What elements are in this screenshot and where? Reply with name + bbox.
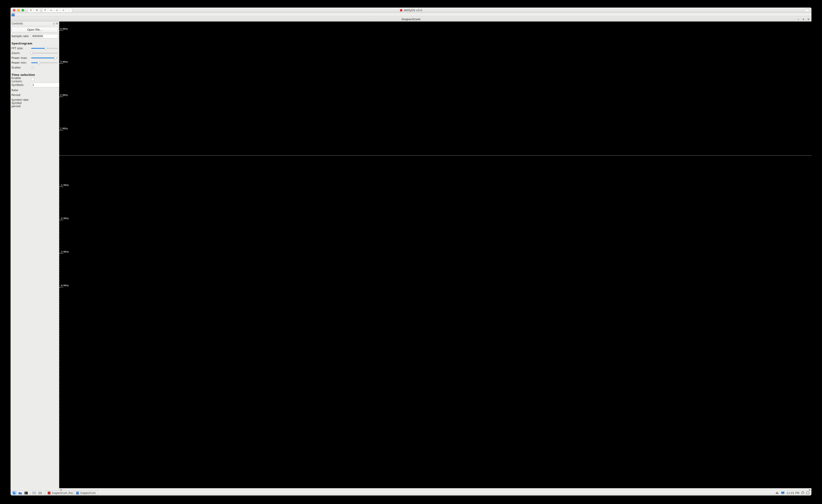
toolbar-button[interactable]: ↔ [48, 8, 54, 12]
folder-icon [18, 491, 22, 495]
task-label: inspectrum [80, 491, 96, 495]
symbol-period-label: Symbol period: [11, 101, 31, 108]
y-axis-label: -2 MHz [60, 216, 69, 220]
workspace-icon [39, 492, 42, 494]
close-panel-icon[interactable]: ⊠ [56, 22, 58, 25]
spectrogram-view[interactable]: 4 MHz3 MHz2 MHz1 MHz-1 MHz-2 MHz-3 MHz-4… [59, 22, 811, 491]
zoom-icon[interactable] [22, 9, 24, 11]
y-axis-label: 2 MHz [60, 93, 68, 96]
notification-icon[interactable] [806, 491, 809, 495]
toolbar-button[interactable]: ⧉ [34, 8, 40, 12]
fft-size-label: FFT size: [11, 47, 31, 50]
svg-rect-7 [806, 492, 809, 494]
y-axis-label: -3 MHz [60, 250, 69, 253]
app-menubar[interactable] [11, 13, 811, 17]
display-icon[interactable] [781, 491, 785, 495]
terminal-launcher[interactable]: $ [24, 491, 29, 495]
toolbar-button[interactable]: ‹ [66, 8, 72, 12]
svg-rect-4 [782, 494, 783, 494]
start-menu-button[interactable] [12, 491, 17, 495]
toolbar-button[interactable]: ⎙ [54, 8, 60, 12]
power-min-slider[interactable] [31, 61, 58, 64]
host-titlebar[interactable]: ⏸ ⧉ ⚲ ↔ ⎙ ⇥ ‹ AttifyOS v3.0 ⛶ [11, 8, 811, 13]
task-icon [48, 492, 50, 494]
y-axis-label: -1 MHz [60, 183, 69, 186]
y-axis-label: 4 MHz [60, 27, 68, 30]
start-menu-icon [12, 491, 16, 495]
zoom-slider[interactable] [31, 52, 58, 55]
period-label: Period: [11, 93, 31, 97]
minimize-button[interactable]: – [797, 18, 800, 21]
svg-rect-3 [781, 492, 784, 494]
zoom-label: Zoom: [11, 52, 31, 55]
host-title: AttifyOS v3.0 [11, 9, 811, 12]
center-frequency-line [59, 155, 811, 156]
network-icon[interactable] [775, 491, 779, 495]
workspace-switcher[interactable] [38, 491, 43, 495]
symbol-rate-label: Symbol rate: [11, 98, 31, 101]
file-manager-launcher[interactable] [18, 491, 23, 495]
symbols-label: Symbols: [11, 83, 31, 87]
y-axis-label: -4 MHz [60, 283, 69, 287]
close-button[interactable]: × [807, 18, 810, 21]
rate-label: Rate: [11, 89, 31, 92]
toolbar-button[interactable]: ⚲ [42, 8, 48, 12]
open-file-button[interactable]: Open file... [11, 27, 58, 33]
sample-rate-label: Sample rate: [11, 35, 31, 38]
y-axis: 4 MHz3 MHz2 MHz1 MHz-1 MHz-2 MHz-3 MHz-4… [59, 22, 71, 488]
host-window: ⏸ ⧉ ⚲ ↔ ⎙ ⇥ ‹ AttifyOS v3.0 ⛶ [11, 8, 811, 491]
panel-title: Controls [11, 22, 23, 25]
panel-header[interactable]: Controls ◫ ⊠ [11, 22, 59, 26]
fft-size-slider[interactable] [31, 47, 58, 50]
show-desktop-button[interactable] [32, 491, 37, 495]
terminal-icon: $ [24, 491, 28, 495]
power-max-label: Power max: [11, 56, 31, 60]
time-selection-heading: Time selection [11, 73, 58, 77]
scales-label: Scales: [11, 66, 31, 69]
task-icon [76, 492, 79, 494]
maximize-button[interactable]: + [802, 18, 805, 21]
enable-cursors-checkbox[interactable] [31, 78, 34, 81]
desktop-icon [33, 492, 36, 494]
y-axis-label: 1 MHz [60, 127, 68, 130]
host-expand-button[interactable]: ⛶ [805, 8, 810, 12]
taskbar-clock[interactable]: 11:01 PM [786, 491, 799, 495]
controls-panel: Controls ◫ ⊠ Open file... Sample r [11, 22, 59, 491]
detach-icon[interactable]: ◫ [53, 22, 55, 25]
task-label: inspectrum /ho... [52, 491, 73, 495]
toolbar-button[interactable]: ⇥ [60, 8, 66, 12]
app-window: inspectrum – + × Controls ◫ ⊠ [11, 13, 811, 491]
expand-icon: ⛶ [806, 8, 809, 12]
power-min-label: Power min: [11, 61, 31, 64]
minimize-icon[interactable] [17, 9, 20, 11]
taskbar[interactable]: $ inspectrum /ho...inspectrum 11:01 PM [11, 490, 811, 496]
app-favicon-icon [400, 9, 402, 11]
sample-rate-input[interactable] [31, 34, 58, 38]
taskbar-task[interactable]: inspectrum [74, 491, 98, 495]
spectrogram-heading: Spectrogram [11, 42, 58, 45]
close-icon[interactable] [13, 9, 15, 11]
power-icon[interactable] [801, 491, 804, 495]
app-icon [11, 14, 15, 16]
y-axis-label: 3 MHz [60, 60, 68, 63]
enable-cursors-label: Enable cursors: [11, 77, 31, 83]
taskbar-task[interactable]: inspectrum /ho... [46, 491, 73, 495]
power-max-slider[interactable] [31, 56, 58, 60]
svg-text:$: $ [25, 492, 26, 494]
host-toolbar-group-1: ⏸ ⧉ [28, 8, 40, 13]
app-titlebar[interactable]: inspectrum – + × [11, 17, 811, 22]
toolbar-button[interactable]: ⏸ [28, 8, 34, 12]
host-toolbar-group-2: ⚲ ↔ ⎙ ⇥ ‹ [42, 8, 72, 13]
scales-checkbox[interactable]: ✓ [31, 66, 34, 69]
app-title: inspectrum [402, 17, 421, 21]
